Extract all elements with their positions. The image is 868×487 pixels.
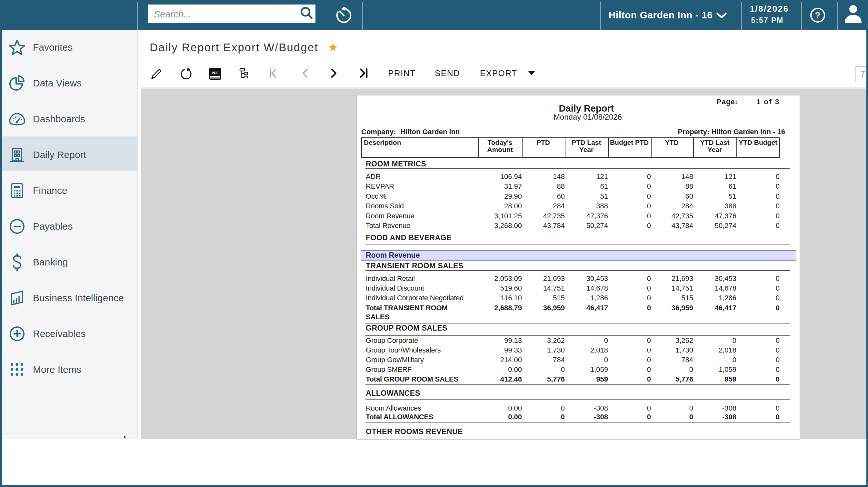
svg-text:PDF: PDF bbox=[212, 71, 219, 75]
